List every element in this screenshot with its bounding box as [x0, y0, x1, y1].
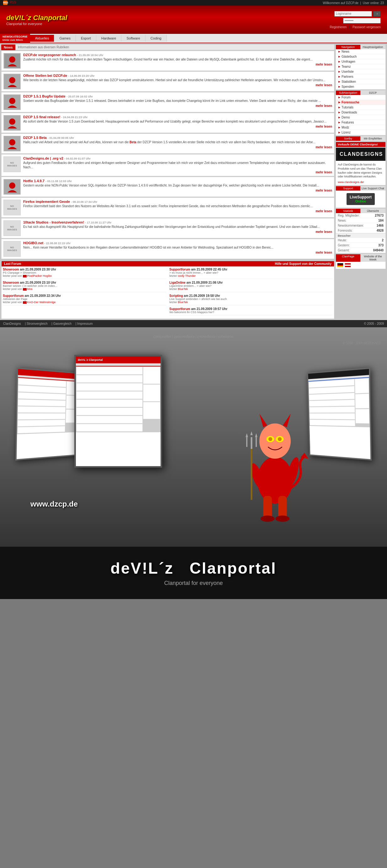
clandesigns-link[interactable]: www.clandesigns.de! [336, 180, 385, 185]
nav-tab-hardware[interactable]: Hardware [96, 35, 122, 42]
news-date: - 14.06.09 23:20 Uhr [68, 74, 94, 78]
sidebar-tab-website-week[interactable]: Website of the Week [361, 254, 385, 262]
news-thumbnail-noimages: NOIMAGES [3, 200, 21, 215]
read-more-link[interactable]: mehr lesen [23, 125, 332, 128]
nav-tab-coding[interactable]: Coding [146, 35, 167, 42]
sidebar-tab-support[interactable]: Support [336, 186, 361, 191]
flag-de [337, 263, 344, 268]
sidebar-item-spenden[interactable]: ▶ Spenden [336, 84, 385, 89]
sidebar-item-umfragen[interactable]: ▶ Umfragen [336, 59, 385, 64]
stat-gestern-value: 373 [378, 244, 384, 247]
sidebar-tab-livechat[interactable]: Live Support Chat [361, 186, 385, 191]
read-more-link[interactable]: mehr lesen [23, 209, 332, 213]
forum-item: Showroom am 21.09.2009 23:30 Uhr PS Clan… [3, 268, 166, 279]
live-support-label: LiveSupport [350, 195, 371, 199]
nav-tab-esport[interactable]: Esport [76, 35, 96, 42]
live-support-container[interactable]: LiveSupport Online [347, 193, 375, 205]
news-date: - 08.10.06 17:34 Uhr [71, 200, 97, 204]
footer-links: ClanDesigns | Stromvergleich | Gasvergle… [3, 322, 96, 326]
sidebar-tab-uebersicht[interactable]: Übersicht [361, 209, 385, 213]
sidebar-tab-dzcp[interactable]: DZCP [361, 91, 385, 95]
sidebar-item-forum[interactable]: ▶ Forum [336, 95, 385, 100]
news-section-header: News Informationen aus diversen Rubriken [1, 44, 334, 50]
sidebar-item-gaestebuch[interactable]: ▶ Gästebuch [336, 54, 385, 59]
stat-members-value: 27673 [375, 214, 384, 217]
sidebar-item-modz[interactable]: ▶ Modz [336, 125, 385, 130]
stat-row-gestern: Gestern: 373 [336, 243, 385, 248]
nav-tab-software[interactable]: Software [121, 35, 145, 42]
sidebar-tab-hauptnavigation[interactable]: Hauptnavigation [361, 45, 385, 49]
right-sidebar: Navigation Hauptnavigation ▶ News ▶ Gäst… [335, 44, 386, 319]
sidebar-tab-navigation[interactable]: Navigation [336, 45, 361, 49]
main-navigation: NEWSKATEGORIE klicke zum filtern Aktuell… [0, 34, 387, 43]
sidebar-item-features[interactable]: ▶ Features [336, 120, 385, 125]
login-password-input[interactable] [343, 18, 381, 24]
read-more-link[interactable]: mehr lesen [23, 63, 332, 66]
nav-category-label: NEWSKATEGORIE klicke zum filtern [0, 34, 30, 43]
svg-marker-21 [283, 414, 291, 428]
news-thumbnail-noimages: NOIMAGES [3, 220, 21, 236]
sidebar-subnav-tabs: SubNavigation DZCP [336, 91, 385, 95]
sidebar-tab-subnavigation[interactable]: SubNavigation [336, 91, 361, 95]
bottom-subtitle: Clanportal for everyone [6, 580, 381, 587]
main-column: News Informationen aus diversen Rubriken… [1, 44, 334, 319]
sidebar-item-tutorials[interactable]: ▶ Tutorials [336, 105, 385, 110]
stat-row-members: Reg. Mitglieder: 27673 [336, 213, 385, 218]
register-link[interactable]: Registrieren [330, 25, 347, 29]
login-button[interactable]: → [373, 11, 381, 17]
sidebar-item-downloads[interactable]: ▶ Downloads [336, 110, 385, 115]
svg-point-7 [9, 119, 16, 125]
forum-item-meta: LigaOnline emblem... > aber wie? [169, 284, 333, 287]
nav-tab-aktuelles[interactable]: Aktuelles [30, 35, 55, 42]
login-username-input[interactable] [334, 11, 372, 17]
forum-item-meta: PS Clanpage > Showroom [3, 271, 166, 274]
read-more-link[interactable]: mehr lesen [23, 104, 332, 107]
stat-row-newskommentare: Newskommentare: 1466 [336, 223, 385, 228]
forum-header-label: Last Forum [4, 262, 21, 266]
stat-gestern-label: Gestern: [338, 244, 350, 247]
sidebar-support-section: Support Live Support Chat LiveSupport On… [335, 186, 386, 208]
news-title: DZCP 1.5 Beta - 01.04.09 00:05 Uhr [23, 136, 332, 140]
sidebar-item-userliste[interactable]: ▶ Userliste [336, 69, 385, 74]
sidebar-item-lizenz[interactable]: ▶ Lizenz [336, 130, 385, 135]
sidebar-item-news[interactable]: ▶ News [336, 49, 385, 54]
read-more-link[interactable]: mehr lesen [23, 230, 332, 234]
svg-point-11 [9, 182, 16, 189]
forum-item-last: letzter BlueTek [169, 301, 333, 304]
forgot-password-link[interactable]: Passwort vergessen [353, 25, 381, 29]
sidebar-item-statistiken[interactable]: ▶ Statistiken [336, 79, 385, 84]
forum-item-meta: > es muss ja nicht immer... > aber wie? [169, 271, 333, 274]
sidebar-item-partners[interactable]: ▶ Partners [336, 74, 385, 79]
nav-tab-games[interactable]: Games [54, 35, 76, 42]
news-title: ClanDesigns.de | .org v2 - 04.02.09 01:0… [23, 156, 332, 160]
news-text: Soeben wurde das Bugfixupdate der Versio… [23, 99, 332, 103]
read-more-link[interactable]: mehr lesen [23, 146, 332, 149]
rss-icon: RSS [3, 1, 7, 5]
sidebar-tab-empfehlen[interactable]: Mir Empfehlen [361, 136, 385, 141]
forum-item-meta: Banner setzen :( in welcher zeile im ind… [3, 284, 166, 287]
footer-link-impressum[interactable]: Impressum [77, 322, 92, 326]
sidebar-item-forensuche[interactable]: ▶ Forensuche [336, 100, 385, 105]
read-more-link[interactable]: mehr lesen [23, 170, 332, 174]
news-text: Firefox übermittelt bald den Standort de… [23, 204, 332, 209]
rss-link[interactable]: RSS [10, 1, 16, 4]
sidebar-navigation-section: Navigation Hauptnavigation ▶ News ▶ Gäst… [335, 44, 386, 90]
bottom-title-section: deV!L´z Clanportal Clanportal for everyo… [0, 547, 387, 599]
sidebar-item-demo[interactable]: ▶ Demo [336, 115, 385, 120]
sidebar-tab-clanpage[interactable]: ClanPage [336, 254, 361, 262]
sidebar-tab-sortby[interactable]: Sortby [336, 136, 361, 141]
read-more-link[interactable]: mehr lesen [23, 251, 332, 254]
footer-link-clandesigns[interactable]: ClanDesigns [3, 322, 21, 326]
sidebar-tab-statistik[interactable]: Statistik [336, 209, 361, 213]
sidebar-stats-tabs: Statistik Übersicht [336, 209, 385, 213]
news-title: DZCP 1.5.1 Bugfix Update - 20.07.09 16:0… [23, 94, 332, 98]
sidebar-item-teamz[interactable]: ▶ Teamz [336, 64, 385, 69]
login-form: → Registrieren | Passwort vergessen [330, 11, 381, 29]
footer-link-stromvergleich[interactable]: Stromvergleich [27, 322, 48, 326]
read-more-link[interactable]: mehr lesen [23, 189, 332, 192]
bottom-main-title: deV!L´z Clanportal [6, 559, 381, 578]
news-title: Offene Stellen bei DZCP.de - 14.06.09 23… [23, 74, 332, 78]
news-date: - 03.11.08 12:03 Uhr [46, 180, 72, 183]
read-more-link[interactable]: mehr lesen [23, 83, 332, 87]
footer-link-gasvergleich[interactable]: Gasvergleich [53, 322, 71, 326]
